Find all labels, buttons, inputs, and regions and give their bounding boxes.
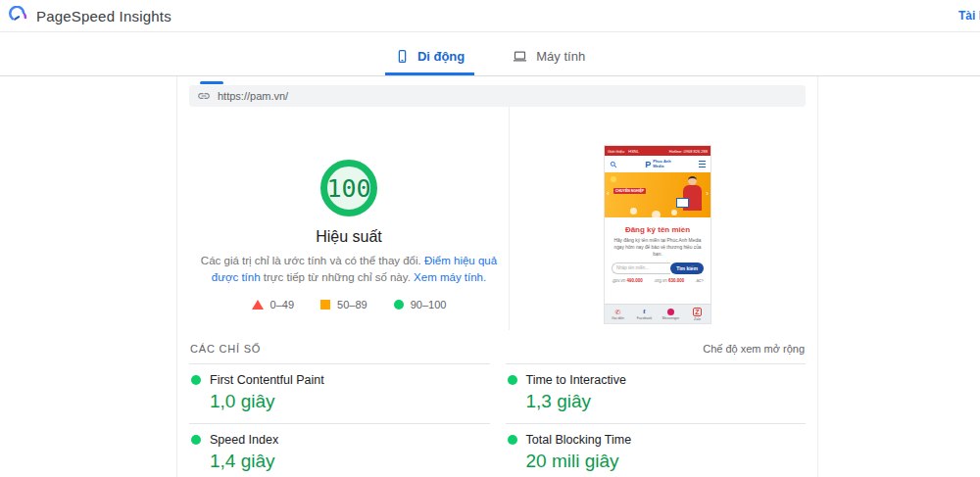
metric-value: 20 mili giây xyxy=(526,451,805,472)
legend-good: 90–100 xyxy=(394,299,447,310)
messenger-icon xyxy=(667,309,674,315)
metric-label: Total Blocking Time xyxy=(526,433,632,447)
thumb-navbar: P Phuc Anh Media xyxy=(605,156,710,172)
metric-label: Time to Interactive xyxy=(526,373,626,387)
metric-value: 1,4 giây xyxy=(210,451,488,472)
legend-average: 50–89 xyxy=(320,299,368,310)
tab-desktop[interactable]: Máy tính xyxy=(502,37,595,75)
thumb-search-button: Tìm kiếm xyxy=(670,262,704,274)
phone-icon: ✆ xyxy=(615,309,621,315)
thumb-domain-description: Hãy đăng ký tên miền tại Phúc Anh Media … xyxy=(612,237,703,259)
metric-value: 1,0 giây xyxy=(210,391,488,412)
score-disclaimer: Các giá trị chỉ là ước tính và có thể th… xyxy=(194,253,504,285)
thumb-banner-next-icon: › xyxy=(706,190,709,198)
score-section: 100 Hiệu suất Các giá trị chỉ là ước tín… xyxy=(189,107,806,330)
disclaimer-text: Các giá trị chỉ là ước tính và có thể th… xyxy=(201,255,421,266)
pagespeed-gauge-icon xyxy=(9,6,28,25)
thumb-messenger-label: Messenger xyxy=(662,316,679,320)
thumb-banner-badge: CHUYÊN NGHIỆP xyxy=(613,188,646,194)
metrics-grid: First Contentful Paint 1,0 giây Speed In… xyxy=(189,363,806,477)
thumb-logo-mark: P xyxy=(645,160,651,169)
docs-link[interactable]: Tài liệu xyxy=(958,9,980,23)
metric-label: Speed Index xyxy=(210,433,278,447)
thumb-topbar: Giới thiệu HSNL Hotline: 0968 826 288 xyxy=(605,146,710,156)
active-report-indicator xyxy=(200,81,223,84)
tab-mobile-label: Di động xyxy=(417,49,465,64)
facebook-icon: f xyxy=(643,309,645,315)
thumb-domain-search: Nhập tên miền... Tìm kiếm xyxy=(612,262,704,274)
metric-label: First Contentful Paint xyxy=(210,373,324,387)
pagespeed-logo-icon xyxy=(9,6,28,25)
thumb-tld-1: .gov.vn xyxy=(612,278,625,283)
average-square-icon xyxy=(320,300,330,310)
thumb-price-2: 630.000 xyxy=(668,278,684,283)
metric-value: 1,3 giây xyxy=(526,391,805,412)
metrics-section-title: CÁC CHỈ SỐ xyxy=(190,343,261,355)
thumb-topbar-link2: HSNL xyxy=(628,149,639,154)
app-header: PageSpeed Insights Tài liệu xyxy=(0,0,980,32)
thumb-domain-input: Nhập tên miền... xyxy=(612,262,670,274)
good-circle-icon xyxy=(394,300,404,310)
expand-view-toggle[interactable]: Chế độ xem mở rộng xyxy=(703,343,805,355)
performance-score-gauge[interactable]: 100 xyxy=(320,160,377,216)
thumb-menu-icon xyxy=(699,161,706,168)
poor-triangle-icon xyxy=(252,300,264,310)
page-screenshot-thumbnail[interactable]: Giới thiệu HSNL Hotline: 0968 826 288 P … xyxy=(604,145,711,324)
report-panel: https://pam.vn/ 100 Hiệu suất Các giá tr… xyxy=(176,76,818,477)
page-title: PageSpeed Insights xyxy=(36,8,172,24)
thumb-domain-heading: Đăng ký tên miền xyxy=(605,225,710,234)
metric-status-good-icon xyxy=(508,375,517,385)
legend-poor-range: 0–49 xyxy=(270,299,294,310)
thumb-banner-person-head xyxy=(688,176,697,185)
view-desktop-link[interactable]: Xem máy tính. xyxy=(414,271,486,283)
thumb-messenger-item: Messenger xyxy=(658,309,684,320)
score-legend: 0–49 50–89 90–100 xyxy=(252,299,447,310)
url-bar[interactable]: https://pam.vn/ xyxy=(189,85,806,107)
thumb-hotline: Hotline: 0968 826 288 xyxy=(669,149,708,154)
zalo-icon: Z xyxy=(693,308,701,316)
thumb-call-label: Gọi điện xyxy=(612,316,624,320)
tab-mobile[interactable]: Di động xyxy=(385,37,474,75)
thumb-tld-3: .ac> xyxy=(695,278,704,283)
link-icon xyxy=(197,89,211,103)
thumb-zalo-label: Zalo xyxy=(694,317,701,321)
thumb-price-row: .gov.vn 490.000 .org.vn 630.000 .ac> xyxy=(612,278,704,283)
thumb-banner-product-box xyxy=(676,198,689,208)
thumb-price-1: 490.000 xyxy=(626,278,642,283)
metric-status-good-icon xyxy=(508,435,517,445)
legend-average-range: 50–89 xyxy=(337,299,368,310)
metric-status-good-icon xyxy=(191,375,201,385)
thumb-facebook-item: f Facebook xyxy=(631,309,658,320)
thumb-tld-2: .org.vn xyxy=(654,278,667,283)
screenshot-column: Giới thiệu HSNL Hotline: 0968 826 288 P … xyxy=(510,107,806,330)
mobile-phone-icon xyxy=(395,49,410,64)
laptop-icon xyxy=(512,49,528,64)
thumb-topbar-link1: Giới thiệu xyxy=(608,149,624,154)
thumb-zalo-item: Z Zalo xyxy=(684,308,710,321)
thumb-call-item: ✆ Gọi điện xyxy=(605,309,631,320)
thumb-contact-bar: ✆ Gọi điện f Facebook Messenger Z Zalo xyxy=(605,304,710,323)
metrics-header: CÁC CHỈ SỐ Chế độ xem mở rộng xyxy=(189,343,806,355)
legend-good-range: 90–100 xyxy=(411,299,447,310)
thumb-banner-prev-icon: ‹ xyxy=(607,190,610,198)
performance-score-value: 100 xyxy=(326,174,370,203)
thumb-site-logo: P Phuc Anh Media xyxy=(645,160,671,169)
thumb-facebook-label: Facebook xyxy=(637,316,652,320)
thumb-hero-banner: ‹ › CHUYÊN NGHIỆP xyxy=(605,172,710,217)
metric-row-tbt: Total Blocking Time 20 mili giây xyxy=(506,423,807,477)
device-tabbar: Di động Máy tính xyxy=(0,32,980,76)
performance-score-title: Hiệu suất xyxy=(316,228,382,246)
tab-desktop-label: Máy tính xyxy=(536,49,585,64)
metrics-right-column: Time to Interactive 1,3 giây Total Block… xyxy=(506,363,807,477)
legend-poor: 0–49 xyxy=(252,299,294,310)
metric-row-speed-index: Speed Index 1,4 giây xyxy=(189,423,490,477)
analyzed-url: https://pam.vn/ xyxy=(218,90,288,102)
performance-score-column: 100 Hiệu suất Các giá trị chỉ là ước tín… xyxy=(189,107,510,330)
metrics-left-column: First Contentful Paint 1,0 giây Speed In… xyxy=(189,363,490,477)
thumb-search-icon xyxy=(610,161,617,168)
metric-row-fcp: First Contentful Paint 1,0 giây xyxy=(189,363,490,423)
metric-row-tti: Time to Interactive 1,3 giây xyxy=(506,363,807,423)
thumb-logo-line2: Media xyxy=(653,164,663,168)
metric-status-good-icon xyxy=(191,435,201,445)
disclaimer-text-2: trực tiếp từ những chỉ số này. xyxy=(264,271,411,283)
